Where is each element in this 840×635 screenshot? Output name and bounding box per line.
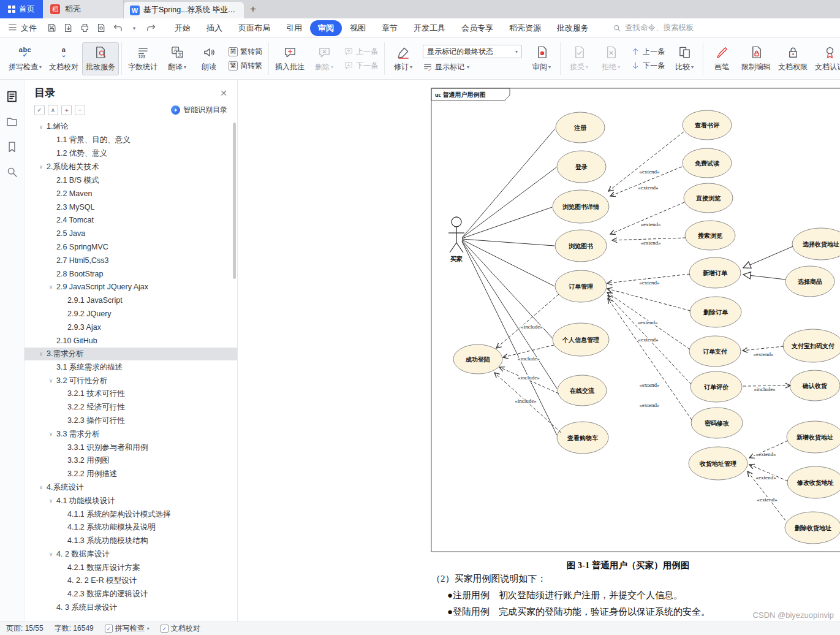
toc-item[interactable]: ∨3.3 需求分析 <box>25 427 237 441</box>
document-page[interactable]: uc 普通用户用例图注册登录浏览图书详情浏览图书订单管理个人信息管理在线交流查看… <box>238 80 840 622</box>
tab-docer[interactable]: 稻 稻壳 <box>43 0 124 18</box>
toc-item[interactable]: 3.3.1 识别参与者和用例 <box>25 441 237 454</box>
file-menu[interactable]: 文件 <box>0 18 44 37</box>
more-icon[interactable]: ▾ <box>127 21 142 36</box>
menu-item-批改服务[interactable]: 批改服务 <box>549 20 597 36</box>
toc-item[interactable]: 2.8 BootStrap <box>25 267 237 281</box>
toc-item[interactable]: 2.5 Java <box>25 227 237 240</box>
toc-item[interactable]: 4.2.3 数据库的逻辑设计 <box>25 588 237 601</box>
toolbar-限制编辑[interactable]: 限制编辑 <box>738 42 774 75</box>
caret-down-icon[interactable]: ∨ <box>47 431 55 437</box>
toc-item[interactable]: 3.1 系统需求的描述 <box>25 360 237 374</box>
toc-tool-minus[interactable]: − <box>75 105 85 115</box>
toc-item[interactable]: 4. 3 系统目录设计 <box>25 601 237 615</box>
panel-search-icon[interactable] <box>4 164 20 180</box>
toc-item[interactable]: ∨4.1 功能模块设计 <box>25 494 237 508</box>
toc-item[interactable]: ∨1.绪论 <box>25 120 237 134</box>
toc-scrollbar[interactable] <box>233 123 236 279</box>
toolbar-文档认证[interactable]: 文档认证 <box>811 42 840 75</box>
toolbar-翻译[interactable]: A文翻译▾ <box>161 42 193 75</box>
toc-item[interactable]: ∨4.系统设计 <box>25 481 237 495</box>
toolbar-字数统计[interactable]: 123字数统计 <box>124 42 161 75</box>
caret-down-icon[interactable]: ∨ <box>37 164 45 170</box>
status-spellcheck[interactable]: ✓ 拼写检查 ▾ <box>105 623 149 634</box>
smart-recognize-toc[interactable]: ✦智能识别目录 <box>171 105 227 115</box>
caret-down-icon[interactable]: ∨ <box>47 498 55 504</box>
toolbar-比较[interactable]: 比较▾ <box>668 42 700 75</box>
toolbar-画笔[interactable]: 画笔 <box>706 42 738 75</box>
panel-folder-icon[interactable] <box>4 113 20 129</box>
toc-tool-collapse[interactable]: ∧ <box>48 105 58 115</box>
toc-item[interactable]: ∨3.2 可行性分析 <box>25 374 237 387</box>
toc-item[interactable]: 2.10 GitHub <box>25 334 237 348</box>
toc-item[interactable]: 2.6 SpringMVC <box>25 240 237 254</box>
toc-item[interactable]: 3.3.2 用例图 <box>25 454 237 468</box>
toc-item[interactable]: 2.9.1 JavaScript <box>25 294 237 307</box>
caret-down-icon[interactable]: ∨ <box>37 484 45 490</box>
toolbar-拒绝[interactable]: 拒绝▾ <box>595 42 627 75</box>
save-icon[interactable] <box>44 21 59 36</box>
new-tab-button[interactable]: + <box>244 0 262 18</box>
toolbar-拼写检查[interactable]: abc✓拼写检查▾ <box>5 42 45 75</box>
menu-item-页面布局[interactable]: 页面布局 <box>230 20 278 36</box>
toc-item[interactable]: 3.2.2 用例描述 <box>25 468 237 481</box>
toc-item[interactable]: 4.2.1 数据库设计方案 <box>25 561 237 574</box>
toc-item[interactable]: 3.2.2 经济可行性 <box>25 401 237 414</box>
toc-item[interactable]: 2.1 B/S 模式 <box>25 173 237 187</box>
toc-item[interactable]: 2.4 Tomcat <box>25 214 237 227</box>
menu-item-视图[interactable]: 视图 <box>342 20 374 36</box>
toolbar-下一条[interactable]: 下一条 <box>344 61 378 71</box>
redo-icon[interactable] <box>143 21 158 36</box>
caret-down-icon[interactable]: ∨ <box>37 351 45 357</box>
toolbar-文档校对[interactable]: a⌄文档校对 <box>45 42 82 75</box>
command-search[interactable]: 查找命令、搜索模板 <box>613 23 694 33</box>
toc-item[interactable]: 1.2 优势、意义 <box>25 147 237 161</box>
toc-item[interactable]: 2.7 Html5,Css3 <box>25 254 237 267</box>
toolbar-修订[interactable]: 修订▾ <box>387 42 419 75</box>
toolbar-接受[interactable]: 接受▾ <box>563 42 595 75</box>
toc-item[interactable]: ∨2.系统相关技术 <box>25 160 237 173</box>
toolbar-文档权限[interactable]: 文档权限 <box>774 42 811 75</box>
toc-item[interactable]: 2.2 Maven <box>25 187 237 200</box>
caret-down-icon[interactable]: ∨ <box>47 378 55 384</box>
toc-item[interactable]: 4.1.1 系统的架构设计模式选择 <box>25 508 237 521</box>
tab-document[interactable]: W 基于Spring...荐系统 毕业论文 <box>124 2 244 18</box>
toolbar-繁转简[interactable]: 简繁转简 <box>229 47 262 57</box>
caret-down-icon[interactable]: ∨ <box>37 124 45 130</box>
close-icon[interactable]: ✕ <box>220 88 227 98</box>
toc-item[interactable]: 2.9.2 JQuery <box>25 307 237 321</box>
menu-item-插入[interactable]: 插入 <box>199 20 230 36</box>
caret-down-icon[interactable]: ∨ <box>47 551 55 557</box>
toc-item[interactable]: 2.9.3 Ajax <box>25 321 237 334</box>
caret-down-icon[interactable]: ∨ <box>47 284 55 290</box>
toolbar-删除[interactable]: 删除▾ <box>308 42 340 75</box>
toolbar-审阅[interactable]: 审阅▾ <box>526 42 558 75</box>
toc-item[interactable]: 4. 2. 2 E-R 模型设计 <box>25 574 237 588</box>
toc-tool-plus[interactable]: ＋ <box>61 105 72 115</box>
toc-item[interactable]: ∨4. 2 数据库设计 <box>25 548 237 561</box>
menu-item-开发工具[interactable]: 开发工具 <box>406 20 453 36</box>
menu-item-稻壳资源[interactable]: 稻壳资源 <box>501 20 549 36</box>
status-proofread[interactable]: ✓ 文档校对 <box>161 623 200 634</box>
toc-item[interactable]: 3.2.3 操作可行性 <box>25 414 237 428</box>
toc-item[interactable]: 1.1 背景、目的、意义 <box>25 134 237 147</box>
menu-item-开始[interactable]: 开始 <box>167 20 199 36</box>
toc-item[interactable]: 4.1.3 系统功能模块结构 <box>25 534 237 548</box>
toc-item[interactable]: 4.1.2 系统功能模块及说明 <box>25 521 237 534</box>
menu-item-引用[interactable]: 引用 <box>278 20 310 36</box>
toolbar-上一条[interactable]: 上一条 <box>630 47 665 57</box>
preview-icon[interactable] <box>94 21 108 36</box>
print-icon[interactable] <box>77 21 92 36</box>
toolbar-朗读[interactable]: 朗读 <box>193 42 225 75</box>
toolbar-上一条[interactable]: 上一条 <box>344 47 378 57</box>
display-state-select[interactable]: 显示标记的最终状态▾ <box>423 45 522 58</box>
home-button[interactable]: 首页 <box>0 0 43 18</box>
toc-item[interactable]: 3.2.1 技术可行性 <box>25 387 237 401</box>
toolbar-简转繁[interactable]: 繁简转繁 <box>229 61 262 71</box>
panel-toc-icon[interactable] <box>4 88 20 104</box>
toolbar-下一条[interactable]: 下一条 <box>630 61 665 71</box>
panel-bookmark-icon[interactable] <box>4 139 20 154</box>
toolbar-插入批注[interactable]: 插入批注 <box>271 42 308 75</box>
toc-item[interactable]: ∨2.9 JavaScript JQuery Ajax <box>25 281 237 294</box>
toc-item[interactable]: ∨3.需求分析 <box>25 348 237 361</box>
